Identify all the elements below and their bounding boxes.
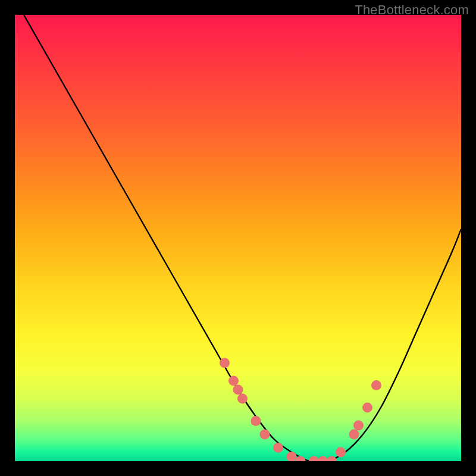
chart-frame bbox=[15, 15, 461, 461]
chart-background-gradient bbox=[15, 15, 461, 461]
